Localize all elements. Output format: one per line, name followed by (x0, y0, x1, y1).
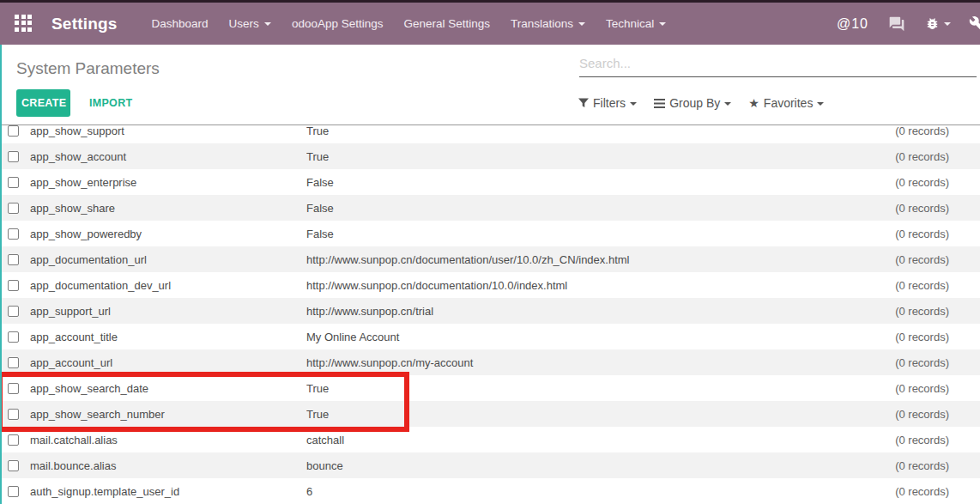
param-value: catchall (306, 434, 834, 446)
param-value: http://www.sunpop.cn/documentation/user/… (306, 253, 834, 266)
funnel-icon (578, 98, 589, 108)
favorites-button[interactable]: ★ Favorites (748, 96, 824, 110)
row-checkbox[interactable] (8, 228, 19, 240)
app-title[interactable]: Settings (51, 15, 118, 33)
nav-item-technical[interactable]: Technical (596, 3, 676, 45)
param-key: app_documentation_url (30, 253, 306, 266)
table-row[interactable]: app_documentation_dev_urlhttp://www.sunp… (2, 272, 980, 298)
row-checkbox[interactable] (8, 254, 19, 265)
nav-item-general-settings[interactable]: General Settings (393, 3, 500, 45)
nav-item-translations[interactable]: Translations (500, 3, 596, 45)
row-checkbox[interactable] (8, 460, 19, 471)
search-input[interactable] (579, 52, 977, 77)
row-checkbox[interactable] (8, 177, 19, 188)
row-checkbox[interactable] (8, 125, 19, 137)
record-count: (0 records) (834, 485, 980, 498)
record-count: (0 records) (834, 124, 980, 137)
chevron-down-icon (659, 22, 666, 26)
parameter-rows: app_show_supportTrue(0 records)app_show_… (2, 124, 980, 504)
table-row[interactable]: auth_signup.template_user_id6(0 records) (2, 478, 980, 504)
param-value: http://www.sunpop.cn/my-account (306, 356, 834, 369)
row-checkbox[interactable] (8, 486, 19, 497)
bug-icon[interactable] (925, 16, 951, 31)
nav-item-label: Technical (606, 17, 654, 30)
chevron-down-icon (724, 102, 731, 106)
table-row[interactable]: app_show_enterpriseFalse(0 records) (2, 169, 980, 195)
nav-item-label: Dashboard (152, 17, 209, 30)
nav-item-odooapp-settings[interactable]: odooApp Settings (281, 3, 394, 45)
search-box (579, 52, 977, 77)
import-button[interactable]: IMPORT (82, 89, 139, 117)
row-checkbox[interactable] (8, 151, 19, 162)
filters-button[interactable]: Filters (578, 96, 637, 110)
checkbox-cell (2, 228, 30, 240)
record-count: (0 records) (834, 408, 980, 421)
table-row[interactable]: app_show_shareFalse(0 records) (2, 195, 980, 221)
row-checkbox[interactable] (8, 357, 19, 368)
param-key: app_show_search_number (30, 408, 306, 421)
create-button[interactable]: CREATE (16, 89, 70, 117)
checkbox-cell (2, 486, 30, 497)
group-by-button[interactable]: Group By (654, 96, 731, 110)
param-value: http://www.sunpop.cn/trial (306, 305, 834, 318)
param-key: app_show_poweredby (30, 228, 306, 240)
group-by-icon (654, 99, 665, 108)
group-by-label: Group By (669, 96, 720, 110)
chevron-down-icon (817, 102, 824, 106)
nav-item-users[interactable]: Users (219, 3, 281, 45)
row-checkbox[interactable] (8, 306, 19, 317)
filters-label: Filters (593, 96, 626, 110)
checkbox-cell (2, 409, 30, 420)
row-checkbox[interactable] (8, 280, 19, 291)
table-row[interactable]: app_documentation_urlhttp://www.sunpop.c… (2, 246, 980, 272)
table-row[interactable]: mail.catchall.aliascatchall(0 records) (2, 427, 980, 452)
table-row[interactable]: mail.bounce.aliasbounce(0 records) (2, 452, 980, 478)
table-row[interactable]: app_support_urlhttp://www.sunpop.cn/tria… (2, 298, 980, 324)
table-row[interactable]: app_show_accountTrue(0 records) (2, 143, 980, 169)
row-checkbox[interactable] (8, 383, 19, 394)
chat-icon[interactable] (886, 15, 907, 33)
checkbox-cell (2, 151, 30, 162)
param-key: app_documentation_dev_url (30, 279, 306, 292)
param-value: True (306, 382, 834, 395)
param-value: False (306, 202, 834, 215)
chevron-down-icon (944, 22, 951, 26)
param-key: app_account_url (30, 356, 306, 369)
checkbox-cell (2, 306, 30, 317)
param-key: app_support_url (30, 305, 306, 318)
parameters-list: app_show_supportTrue(0 records)app_show_… (2, 124, 980, 504)
table-row[interactable]: app_show_poweredbyFalse(0 records) (2, 221, 980, 246)
param-value: My Online Account (306, 331, 834, 343)
checkbox-cell (2, 331, 30, 343)
table-row[interactable]: app_account_titleMy Online Account(0 rec… (2, 324, 980, 349)
param-key: mail.catchall.alias (30, 434, 306, 446)
param-key: mail.bounce.alias (30, 459, 306, 472)
row-checkbox[interactable] (8, 331, 19, 343)
mentions-counter[interactable]: @10 (837, 16, 868, 32)
nav-item-label: Translations (511, 17, 573, 30)
param-key: app_show_search_date (30, 382, 306, 395)
table-row[interactable]: app_show_search_numberTrue(0 records) (2, 401, 980, 427)
table-row[interactable]: app_account_urlhttp://www.sunpop.cn/my-a… (2, 349, 980, 375)
table-row[interactable]: app_show_supportTrue(0 records) (2, 124, 980, 143)
nav-item-label: Users (229, 17, 259, 30)
checkbox-cell (2, 383, 30, 394)
checkbox-cell (2, 177, 30, 188)
param-key: auth_signup.template_user_id (30, 485, 306, 498)
param-key: app_show_enterprise (30, 176, 306, 189)
nav-item-dashboard[interactable]: Dashboard (142, 3, 219, 45)
apps-grid-icon[interactable] (15, 15, 33, 33)
param-key: app_account_title (30, 331, 306, 343)
filter-bar: Filters Group By ★ Favorites (578, 96, 824, 110)
param-value: True (306, 408, 834, 421)
record-count: (0 records) (834, 305, 980, 318)
row-checkbox[interactable] (8, 409, 19, 420)
param-key: app_show_support (30, 124, 306, 137)
tools-icon[interactable] (969, 15, 980, 33)
row-checkbox[interactable] (8, 203, 19, 214)
record-count: (0 records) (834, 176, 980, 189)
checkbox-cell (2, 460, 30, 471)
row-checkbox[interactable] (8, 434, 19, 446)
table-row[interactable]: app_show_search_dateTrue(0 records) (2, 375, 980, 401)
nav-item-label: odooApp Settings (292, 17, 384, 30)
